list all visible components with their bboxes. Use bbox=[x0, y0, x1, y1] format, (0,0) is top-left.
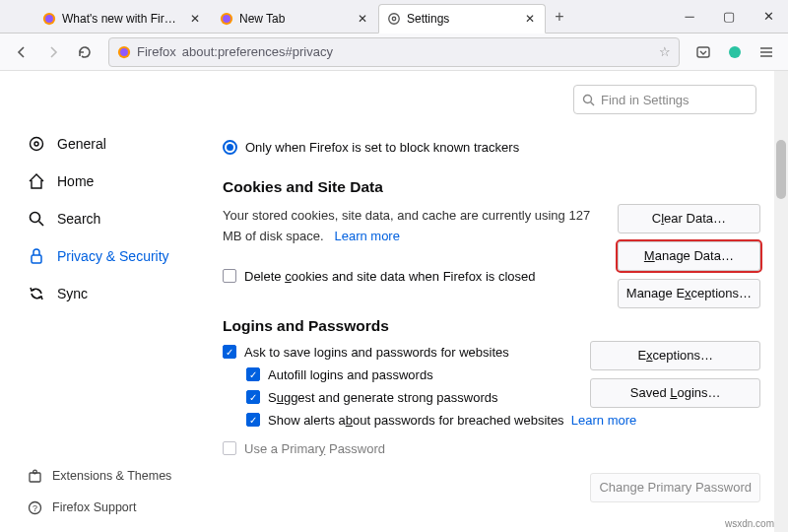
pocket-button[interactable] bbox=[690, 38, 717, 66]
svg-point-4 bbox=[389, 13, 400, 24]
sidebar-item-label: General bbox=[57, 136, 106, 152]
lock-icon bbox=[28, 247, 45, 265]
firefox-icon bbox=[220, 12, 233, 26]
alerts-label: Show alerts about passwords for breached… bbox=[268, 413, 636, 428]
search-icon bbox=[28, 210, 45, 228]
manage-data-button[interactable]: Manage Data… bbox=[618, 241, 760, 271]
sidebar-item-privacy[interactable]: Privacy & Security bbox=[18, 238, 205, 274]
close-window-button[interactable]: ✕ bbox=[749, 0, 788, 33]
svg-rect-8 bbox=[697, 47, 709, 57]
checkbox-unchecked-icon bbox=[223, 269, 236, 283]
search-icon bbox=[582, 94, 595, 106]
tracking-option-row[interactable]: Only when Firefox is set to block known … bbox=[223, 140, 760, 155]
cookies-section: Cookies and Site Data Your stored cookie… bbox=[223, 178, 760, 284]
forward-button[interactable] bbox=[39, 38, 67, 66]
sync-icon bbox=[28, 285, 45, 302]
svg-point-9 bbox=[729, 46, 741, 58]
svg-point-11 bbox=[34, 142, 38, 146]
svg-point-12 bbox=[31, 213, 40, 223]
address-bar[interactable]: Firefox about:preferences#privacy ☆ bbox=[108, 37, 680, 67]
radio-selected-icon bbox=[223, 140, 237, 155]
sidebar-item-home[interactable]: Home bbox=[18, 164, 205, 199]
ask-save-label: Ask to save logins and passwords for web… bbox=[244, 345, 509, 360]
change-primary-password-button[interactable]: Change Primary Password bbox=[590, 473, 760, 502]
checkbox-unchecked-icon bbox=[223, 441, 236, 455]
checkbox-checked-icon: ✓ bbox=[246, 367, 260, 381]
svg-line-13 bbox=[39, 222, 44, 227]
clear-data-button[interactable]: Clear Data… bbox=[618, 204, 760, 233]
suggest-label: Suggest and generate strong passwords bbox=[268, 390, 497, 405]
learn-more-link[interactable]: Learn more bbox=[334, 229, 399, 243]
gear-icon bbox=[28, 135, 45, 153]
find-placeholder: Find in Settings bbox=[601, 93, 690, 107]
sidebar-item-label: Privacy & Security bbox=[57, 248, 169, 264]
svg-rect-14 bbox=[32, 255, 41, 263]
svg-point-10 bbox=[31, 138, 43, 151]
watermark: wsxdn.com bbox=[725, 518, 774, 529]
tab-settings[interactable]: Settings ✕ bbox=[378, 4, 546, 33]
sidebar-item-label: Search bbox=[57, 211, 100, 227]
logins-heading: Logins and Passwords bbox=[223, 317, 760, 335]
checkbox-checked-icon: ✓ bbox=[246, 413, 260, 427]
firefox-icon bbox=[117, 45, 131, 59]
manage-exceptions-button[interactable]: Manage Exceptions… bbox=[618, 279, 760, 308]
url-text: about:preferences#privacy bbox=[182, 44, 653, 59]
home-icon bbox=[28, 172, 45, 190]
logins-exceptions-button[interactable]: Exceptions… bbox=[590, 341, 760, 370]
svg-point-1 bbox=[45, 15, 53, 23]
help-icon: ? bbox=[28, 500, 42, 515]
sidebar-item-general[interactable]: General bbox=[18, 126, 205, 162]
reload-button[interactable] bbox=[71, 38, 98, 66]
close-icon[interactable]: ✕ bbox=[356, 12, 369, 26]
tab-whatsnew[interactable]: What's new with Firefox - Mor ✕ bbox=[33, 4, 211, 33]
autofill-label: Autofill logins and passwords bbox=[268, 367, 433, 382]
bookmark-icon[interactable]: ☆ bbox=[659, 44, 671, 59]
sidebar-extensions[interactable]: Extensions & Themes bbox=[18, 461, 205, 491]
delete-cookies-label: Delete cookies and site data when Firefo… bbox=[244, 269, 536, 284]
maximize-button[interactable]: ▢ bbox=[709, 0, 749, 33]
checkbox-checked-icon: ✓ bbox=[223, 345, 236, 359]
scrollbar-thumb[interactable] bbox=[776, 140, 786, 199]
sidebar-item-sync[interactable]: Sync bbox=[18, 276, 205, 311]
svg-text:?: ? bbox=[33, 503, 37, 513]
extension-button[interactable] bbox=[721, 38, 749, 66]
tab-label: Settings bbox=[407, 12, 517, 26]
firefox-icon bbox=[42, 12, 56, 26]
primary-label: Use a Primary Password bbox=[244, 441, 385, 456]
close-icon[interactable]: ✕ bbox=[523, 12, 537, 26]
tab-label: New Tab bbox=[239, 12, 350, 26]
cookies-heading: Cookies and Site Data bbox=[223, 178, 760, 196]
tab-label: What's new with Firefox - Mor bbox=[62, 12, 182, 26]
find-settings-input[interactable]: Find in Settings bbox=[573, 85, 756, 114]
close-icon[interactable]: ✕ bbox=[188, 12, 202, 26]
svg-point-19 bbox=[584, 95, 592, 102]
back-button[interactable] bbox=[8, 38, 35, 66]
svg-point-7 bbox=[120, 48, 128, 56]
scrollbar[interactable] bbox=[774, 71, 788, 532]
gear-icon bbox=[387, 12, 401, 26]
sidebar-item-label: Firefox Support bbox=[52, 500, 136, 514]
puzzle-icon bbox=[28, 469, 42, 484]
logins-section: Logins and Passwords ✓ Ask to save login… bbox=[223, 317, 760, 456]
sidebar-item-search[interactable]: Search bbox=[18, 201, 205, 236]
svg-line-20 bbox=[591, 101, 595, 105]
svg-point-5 bbox=[392, 17, 396, 21]
sidebar-item-label: Home bbox=[57, 173, 94, 189]
saved-logins-button[interactable]: Saved Logins… bbox=[590, 378, 760, 408]
sidebar-item-label: Extensions & Themes bbox=[52, 469, 171, 483]
checkbox-checked-icon: ✓ bbox=[246, 390, 260, 404]
cookies-desc: Your stored cookies, site data, and cach… bbox=[223, 206, 597, 247]
svg-point-3 bbox=[223, 15, 230, 23]
menu-button[interactable] bbox=[753, 38, 780, 66]
svg-point-16 bbox=[33, 470, 37, 474]
url-prefix: Firefox bbox=[137, 44, 176, 59]
tracking-option-label: Only when Firefox is set to block known … bbox=[245, 140, 519, 155]
minimize-button[interactable]: ─ bbox=[670, 0, 709, 33]
sidebar-item-label: Sync bbox=[57, 286, 88, 301]
sidebar-support[interactable]: ? Firefox Support bbox=[18, 493, 205, 522]
new-tab-button[interactable]: + bbox=[546, 8, 573, 26]
tab-newtab[interactable]: New Tab ✕ bbox=[211, 4, 378, 33]
